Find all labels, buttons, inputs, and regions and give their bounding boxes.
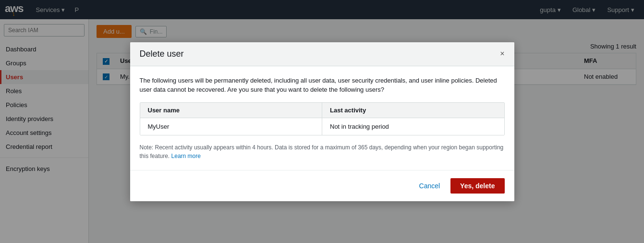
modal-close-button[interactable]: × [500, 49, 504, 58]
modal-title: Delete user [140, 49, 184, 59]
cancel-button[interactable]: Cancel [414, 178, 445, 194]
modal-user-table: User name Last activity MyUser Not in tr… [140, 102, 505, 135]
yes-delete-button[interactable]: Yes, delete [450, 178, 504, 194]
modal-th-username: User name [140, 103, 323, 118]
modal-table-header: User name Last activity [140, 103, 504, 118]
modal-td-username: MyUser [140, 118, 323, 135]
warning-text: The following users will be permanently … [140, 76, 505, 95]
modal-th-activity: Last activity [322, 103, 504, 118]
modal-header: Delete user × [130, 42, 514, 66]
modal-body: The following users will be permanently … [130, 66, 514, 160]
modal-td-activity: Not in tracking period [322, 118, 504, 135]
modal-footer: Cancel Yes, delete [130, 170, 514, 201]
learn-more-link[interactable]: Learn more [171, 153, 201, 159]
note-text: Note: Recent activity usually appears wi… [140, 143, 505, 160]
delete-user-modal: Delete user × The following users will b… [130, 42, 514, 201]
modal-table-row: MyUser Not in tracking period [140, 118, 504, 135]
modal-overlay: Delete user × The following users will b… [0, 0, 644, 243]
